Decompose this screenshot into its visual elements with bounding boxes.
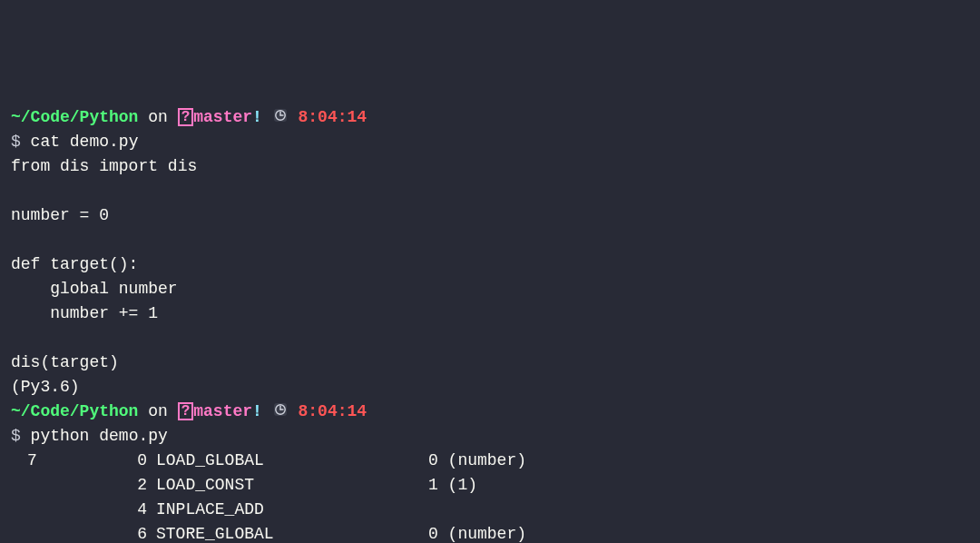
dis-opname: STORE_GLOBAL: [156, 522, 428, 543]
prompt-on-text: on: [138, 108, 177, 126]
dis-lineno: [11, 498, 65, 522]
dis-output: 70LOAD_GLOBAL0 (number)2LOAD_CONST1 (1)4…: [11, 449, 969, 543]
prompt-path: ~/Code/Python: [11, 402, 138, 420]
dis-offset: 6: [65, 522, 156, 543]
source-line: (Py3.6): [11, 375, 969, 400]
source-line: number += 1: [11, 301, 969, 326]
source-line: dis(target): [11, 350, 969, 375]
command-text[interactable]: cat demo.py: [31, 133, 139, 151]
prompt-time: 8:04:14: [299, 108, 368, 126]
source-line: global number: [11, 277, 969, 301]
dirty-bang: !: [252, 402, 262, 420]
branch-name: master: [193, 402, 252, 420]
dis-arg: 1 (1): [428, 473, 873, 498]
prompt-path: ~/Code/Python: [11, 108, 138, 126]
dis-opname: INPLACE_ADD: [156, 498, 428, 522]
prompt-time: 8:04:14: [299, 402, 368, 420]
terminal-output: ~/Code/Python on ?master! 8:04:14 $ cat …: [11, 105, 969, 543]
dis-lineno: 7: [11, 449, 65, 473]
dis-offset: 4: [65, 498, 156, 522]
dis-arg: [428, 498, 873, 522]
source-line: from dis import dis: [11, 154, 969, 179]
dis-offset: 0: [65, 449, 156, 473]
dis-row: 4INPLACE_ADD: [11, 498, 969, 522]
dis-row: 2LOAD_CONST1 (1): [11, 473, 969, 498]
dis-offset: 2: [65, 473, 156, 498]
branch-status-icon: ?: [178, 108, 194, 126]
dis-lineno: [11, 473, 65, 498]
command-text[interactable]: python demo.py: [31, 427, 168, 445]
dis-arg: 0 (number): [428, 522, 873, 543]
source-line: [11, 179, 969, 203]
branch-status-icon: ?: [178, 402, 194, 420]
file-contents: from dis import dis number = 0 def targe…: [11, 154, 969, 400]
command-line-2: $ python demo.py: [11, 427, 168, 445]
prompt-line-2: ~/Code/Python on ?master! 8:04:14: [11, 402, 367, 420]
source-line: [11, 228, 969, 252]
dis-opname: LOAD_CONST: [156, 473, 428, 498]
prompt-dollar: $: [11, 427, 31, 445]
prompt-dollar: $: [11, 133, 31, 151]
dirty-bang: !: [252, 108, 262, 126]
dis-arg: 0 (number): [428, 449, 873, 473]
clock-icon: [272, 401, 289, 418]
source-line: def target():: [11, 252, 969, 277]
command-line-1: $ cat demo.py: [11, 133, 138, 151]
branch-name: master: [193, 108, 252, 126]
dis-lineno: [11, 522, 65, 543]
dis-row: 6STORE_GLOBAL0 (number): [11, 522, 969, 543]
clock-icon: [272, 107, 289, 123]
source-line: number = 0: [11, 203, 969, 228]
dis-row: 70LOAD_GLOBAL0 (number): [11, 449, 969, 473]
prompt-on-text: on: [138, 402, 177, 420]
dis-opname: LOAD_GLOBAL: [156, 449, 428, 473]
source-line: [11, 326, 969, 350]
prompt-line-1: ~/Code/Python on ?master! 8:04:14: [11, 108, 367, 126]
